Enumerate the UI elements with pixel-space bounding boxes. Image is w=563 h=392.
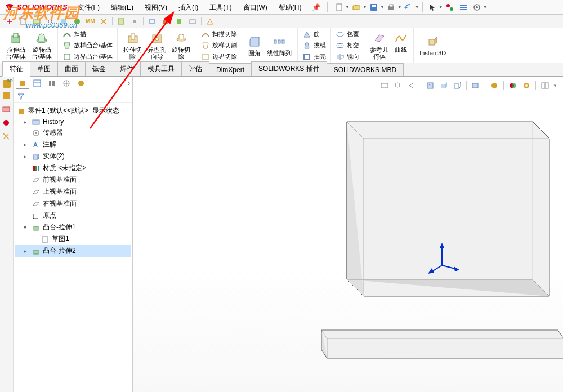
tree-part-root[interactable]: 零件1 (默认<<默认>_显示状态 bbox=[15, 105, 131, 117]
vt-zoom-area[interactable] bbox=[392, 80, 404, 91]
mirror-button[interactable]: 镜向 bbox=[334, 52, 360, 62]
extrude-cut-button[interactable]: 拉伸切 除 bbox=[121, 30, 144, 61]
tb-icon[interactable] bbox=[205, 16, 215, 26]
dropdown-icon[interactable]: ▼ bbox=[439, 5, 443, 9]
print-button[interactable] bbox=[385, 1, 397, 14]
rib-button[interactable]: 筋 bbox=[301, 29, 327, 39]
menu-help[interactable]: 帮助(H) bbox=[273, 0, 307, 15]
intersect-button[interactable]: 相交 bbox=[334, 41, 360, 51]
menu-file[interactable]: 文件(F) bbox=[72, 0, 105, 15]
menu-view[interactable]: 视图(V) bbox=[139, 0, 173, 15]
vt-prev-view[interactable] bbox=[406, 80, 417, 91]
tab-swaddins[interactable]: SOLIDWORKS 插件 bbox=[251, 61, 327, 76]
instant3d-button[interactable]: Instant3D bbox=[417, 34, 448, 57]
model-block-2[interactable] bbox=[293, 324, 563, 375]
vt-display-style[interactable] bbox=[452, 80, 463, 91]
tree-sketch1[interactable]: 草图1 bbox=[15, 233, 131, 245]
toggle-icon[interactable]: ▸ bbox=[24, 119, 29, 125]
draft-button[interactable]: 拔模 bbox=[301, 41, 327, 51]
dropdown-icon[interactable]: ▼ bbox=[415, 5, 419, 9]
boundary-button[interactable]: 边界凸台/基体 bbox=[61, 52, 114, 62]
sweep-cut-button[interactable]: 扫描切除 bbox=[200, 29, 238, 39]
tree-history[interactable]: ▸History bbox=[15, 117, 131, 127]
extrude-boss-button[interactable]: 拉伸凸 台/基体 bbox=[3, 30, 28, 61]
funnel-icon[interactable] bbox=[17, 92, 25, 100]
menu-insert[interactable]: 插入(I) bbox=[173, 0, 204, 15]
tab-evaluate[interactable]: 评估 bbox=[181, 61, 209, 76]
tree-tab-prop[interactable] bbox=[30, 78, 44, 89]
curves-button[interactable]: 曲线 bbox=[392, 30, 410, 61]
ref-geom-button[interactable]: 参考几 何体 bbox=[368, 30, 391, 61]
tab-moldtools[interactable]: 模具工具 bbox=[140, 61, 182, 76]
loft-button[interactable]: 放样凸台/基体 bbox=[61, 41, 114, 51]
vt-section[interactable] bbox=[425, 80, 436, 91]
sb-icon-3[interactable] bbox=[2, 105, 12, 115]
tree-annotations[interactable]: ▸A注解 bbox=[15, 139, 131, 150]
dropdown-icon[interactable]: ▼ bbox=[397, 5, 401, 9]
toggle-icon[interactable]: ▾ bbox=[24, 224, 29, 230]
settings-button[interactable] bbox=[471, 1, 483, 14]
shell-button[interactable]: 抽壳 bbox=[301, 52, 327, 62]
sb-icon-4[interactable] bbox=[2, 118, 12, 128]
menu-edit[interactable]: 编辑(E) bbox=[105, 0, 139, 15]
tree-tab-display[interactable] bbox=[74, 78, 88, 89]
tb-icon[interactable] bbox=[32, 16, 42, 26]
toggle-icon[interactable]: ▸ bbox=[24, 248, 29, 254]
toggle-icon[interactable]: ▸ bbox=[24, 141, 29, 148]
vt-view-orient[interactable] bbox=[438, 80, 449, 91]
vt-apply-scene[interactable] bbox=[507, 80, 519, 91]
tree-tab-config[interactable] bbox=[45, 78, 59, 89]
revolve-cut-button[interactable]: 旋转切 除 bbox=[169, 30, 193, 61]
dropdown-icon[interactable]: ▼ bbox=[380, 5, 384, 9]
dropdown-icon[interactable]: ▼ bbox=[346, 5, 350, 9]
options-button[interactable] bbox=[457, 1, 470, 14]
tree-origin[interactable]: 原点 bbox=[15, 210, 131, 221]
dropdown-icon[interactable]: ▼ bbox=[483, 5, 487, 9]
revolve-boss-button[interactable]: 旋转凸 台/基体 bbox=[29, 30, 54, 61]
rebuild-button[interactable] bbox=[444, 1, 456, 14]
tab-weldments[interactable]: 焊件 bbox=[113, 61, 141, 76]
tree-tab-dim[interactable] bbox=[60, 78, 73, 89]
save-button[interactable] bbox=[368, 1, 380, 14]
pin-icon[interactable]: 📌 bbox=[307, 3, 325, 11]
tree-sensors[interactable]: 传感器 bbox=[15, 127, 131, 139]
dropdown-icon[interactable]: ▼ bbox=[553, 83, 557, 88]
boundary-cut-button[interactable]: 边界切除 bbox=[200, 52, 238, 62]
tb-icon[interactable] bbox=[160, 16, 171, 26]
sb-icon-5[interactable] bbox=[2, 132, 12, 142]
tb-icon[interactable] bbox=[5, 16, 15, 26]
menu-window[interactable]: 窗口(W) bbox=[238, 0, 273, 15]
new-button[interactable] bbox=[333, 1, 346, 14]
dropdown-icon[interactable]: ▼ bbox=[363, 5, 367, 9]
open-button[interactable] bbox=[350, 1, 363, 14]
sweep-button[interactable]: 扫描 bbox=[61, 29, 114, 39]
linear-pattern-button[interactable]: 线性阵列 bbox=[265, 34, 294, 57]
tb-icon[interactable] bbox=[129, 16, 140, 26]
sb-icon-1[interactable]: 3D bbox=[3, 80, 11, 88]
vt-edit-appearance[interactable] bbox=[489, 80, 500, 91]
undo-button[interactable] bbox=[403, 1, 415, 14]
tree-tab-feature[interactable] bbox=[16, 78, 29, 89]
sb-icon-2[interactable] bbox=[2, 91, 12, 101]
vt-zoom-fit[interactable] bbox=[379, 80, 390, 91]
wrap-button[interactable]: 包覆 bbox=[334, 29, 360, 39]
tb-icon[interactable] bbox=[72, 16, 82, 26]
tb-icon[interactable] bbox=[59, 16, 69, 26]
viewport-3d[interactable]: ▼ bbox=[133, 77, 563, 392]
vt-viewport-layout[interactable] bbox=[539, 80, 551, 91]
tb-icon[interactable] bbox=[116, 16, 126, 26]
tree-right-plane[interactable]: 右视基准面 bbox=[15, 198, 131, 210]
tree-material[interactable]: 材质 <未指定> bbox=[15, 162, 131, 174]
tree-top-plane[interactable]: 上视基准面 bbox=[15, 186, 131, 198]
tb-icon[interactable] bbox=[187, 16, 198, 26]
tree-extrude1[interactable]: ▾凸台-拉伸1 bbox=[15, 221, 131, 233]
tab-sheetmetal[interactable]: 钣金 bbox=[85, 61, 113, 76]
vt-hide-show[interactable] bbox=[470, 80, 481, 91]
toggle-icon[interactable]: ▸ bbox=[24, 153, 29, 159]
fillet-button[interactable]: 圆角 bbox=[245, 34, 263, 57]
tree-front-plane[interactable]: 前视基准面 bbox=[15, 174, 131, 186]
tree-solids[interactable]: ▸实体(2) bbox=[15, 150, 131, 162]
tb-icon[interactable] bbox=[18, 16, 28, 26]
model-block-1[interactable] bbox=[313, 110, 561, 358]
tab-surfaces[interactable]: 曲面 bbox=[57, 61, 86, 76]
